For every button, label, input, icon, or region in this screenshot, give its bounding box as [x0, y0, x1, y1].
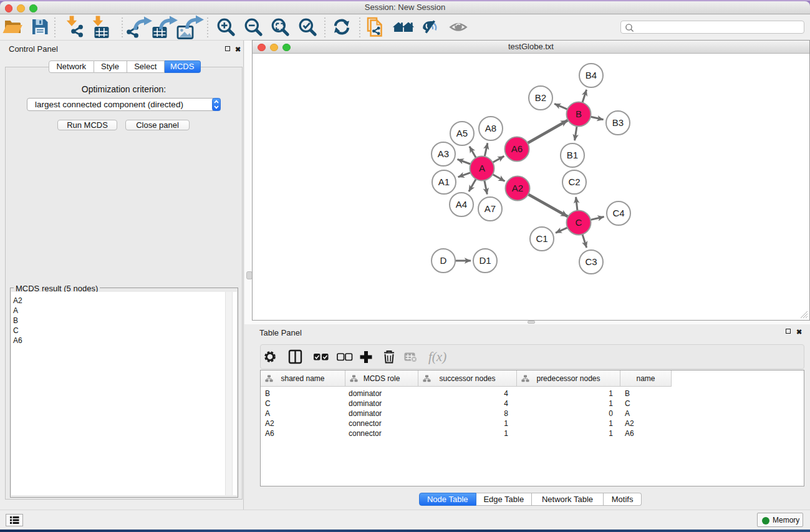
svg-text:C3: C3 [585, 256, 597, 267]
svg-text:A8: A8 [485, 123, 496, 133]
svg-text:C: C [576, 217, 582, 228]
svg-text:D: D [440, 255, 447, 266]
svg-text:A3: A3 [438, 148, 449, 159]
svg-text:A2: A2 [512, 183, 523, 193]
svg-text:D1: D1 [479, 255, 491, 266]
svg-text:A6: A6 [511, 143, 523, 154]
svg-text:B: B [576, 109, 582, 119]
svg-text:C1: C1 [536, 233, 547, 244]
svg-text:f(x): f(x) [428, 349, 446, 364]
svg-text:A7: A7 [485, 203, 496, 214]
svg-text:A4: A4 [456, 199, 467, 210]
svg-text:A: A [479, 163, 485, 173]
svg-text:C2: C2 [568, 177, 580, 187]
svg-text:B2: B2 [535, 92, 546, 103]
svg-text:A5: A5 [456, 128, 468, 138]
svg-text:B4: B4 [586, 70, 597, 80]
svg-text:B1: B1 [567, 150, 578, 160]
svg-text:C4: C4 [612, 208, 624, 218]
svg-text:B3: B3 [612, 117, 624, 128]
svg-text:A1: A1 [438, 177, 450, 187]
